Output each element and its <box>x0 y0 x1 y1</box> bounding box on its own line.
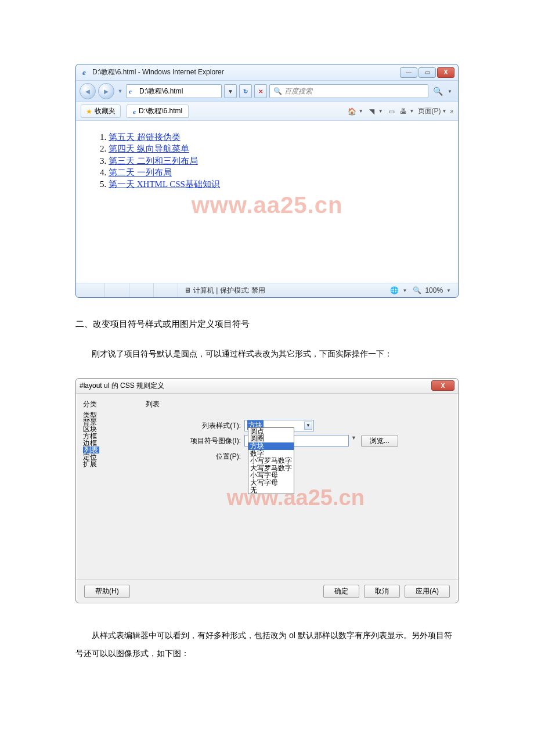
category-sidebar: 分类 类型 背景 区块 方框 边框 列表 定位 扩展 <box>76 394 146 579</box>
panel-header: 列表 <box>146 399 446 409</box>
list-style-dropdown[interactable]: 圆点 圆圈 方块 数字 小写罗马数字 大写罗马数字 小写字母 大写字母 无 <box>248 427 294 494</box>
dialog-titlebar: #layout ul 的 CSS 规则定义 X <box>76 379 458 394</box>
address-text: D:\教程\6.html <box>139 87 183 96</box>
link[interactable]: 第五天 超链接伪类 <box>109 132 181 142</box>
feeds-icon[interactable]: ◥ <box>367 106 377 117</box>
sidebar-item[interactable]: 类型 <box>83 412 139 419</box>
search-go-icon[interactable]: 🔍 <box>433 87 443 96</box>
list-item: 第一天 XHTML CSS基础知识 <box>109 178 441 190</box>
ok-button[interactable]: 确定 <box>323 585 359 598</box>
search-provider-dropdown[interactable]: ▼ <box>448 89 452 94</box>
print-icon[interactable]: 🖶 <box>398 106 409 117</box>
window-titlebar: e D:\教程\6.html - Windows Internet Explor… <box>76 64 458 81</box>
nav-history-dropdown[interactable]: ▼ <box>117 88 124 94</box>
paragraph-1: 刚才说了项目符号默认是圆点，可以通过样式表改为其它形式，下面实际操作一下： <box>75 345 459 363</box>
dialog-title: #layout ul 的 CSS 规则定义 <box>80 381 431 391</box>
tab-file-icon: e <box>133 107 136 116</box>
read-mail-icon[interactable]: ▭ <box>387 106 397 117</box>
stop-button[interactable]: ✕ <box>254 84 267 98</box>
dropdown-option[interactable]: 无 <box>248 487 294 494</box>
dropdown-option-selected[interactable]: 方块 <box>248 442 294 450</box>
position-label: 位置(P): <box>146 451 244 462</box>
ie-icon: e <box>80 68 89 77</box>
dialog-footer: 帮助(H) 确定 取消 应用(A) <box>76 579 458 603</box>
help-button[interactable]: 帮助(H) <box>84 585 130 598</box>
dropdown-option[interactable]: 小写罗马数字 <box>248 457 294 465</box>
sidebar-item[interactable]: 背景 <box>83 419 139 426</box>
ie-window: e D:\教程\6.html - Windows Internet Explor… <box>75 64 459 298</box>
favorites-button[interactable]: ★ 收藏夹 <box>81 105 121 118</box>
tab-label: D:\教程\6.html <box>139 106 182 116</box>
browser-tab[interactable]: e D:\教程\6.html <box>127 105 189 118</box>
link[interactable]: 第一天 XHTML CSS基础知识 <box>109 179 220 189</box>
link[interactable]: 第二天 一列布局 <box>109 168 172 177</box>
list-item: 第三天 二列和三列布局 <box>109 155 441 167</box>
back-button[interactable]: ◄ <box>80 83 96 99</box>
chevron-down-icon[interactable]: ▼ <box>351 435 356 441</box>
css-rule-dialog: #layout ul 的 CSS 规则定义 X 分类 类型 背景 区块 方框 边… <box>75 378 459 603</box>
paragraph-2: 从样式表编辑器中可以看到，有好多种形式，包括改为 ol 默认那样以数字有序列表显… <box>75 627 459 663</box>
zoom-level: 100% <box>425 286 443 294</box>
close-button[interactable]: X <box>437 67 454 78</box>
address-input[interactable]: e D:\教程\6.html <box>126 84 222 98</box>
sidebar-item[interactable]: 扩展 <box>83 460 139 467</box>
forward-button[interactable]: ► <box>98 83 114 99</box>
command-bar: 🏠▼ ◥▼ ▭ 🖶▼ 页面(P)▼ » <box>347 106 453 117</box>
status-bar: 🖥 计算机 | 保护模式: 禁用 🌐▼ 🔍 100% ▼ <box>76 283 458 297</box>
sidebar-item[interactable]: 边框 <box>83 440 139 447</box>
sidebar-item-selected[interactable]: 列表 <box>83 447 99 453</box>
zoom-icon[interactable]: 🔍 <box>413 286 421 294</box>
section-heading: 二、改变项目符号样式或用图片定义项目符号 <box>75 319 459 330</box>
search-placeholder: 百度搜索 <box>284 87 312 96</box>
apply-button[interactable]: 应用(A) <box>405 585 450 598</box>
list-item: 第四天 纵向导航菜单 <box>109 143 441 154</box>
favorites-label: 收藏夹 <box>95 106 116 116</box>
zone-icon[interactable]: 🌐 <box>390 286 399 294</box>
bullet-image-label: 项目符号图像(I): <box>146 435 244 446</box>
watermark: www.aa25.cn <box>192 192 343 218</box>
expand-icon[interactable]: » <box>450 108 453 114</box>
link[interactable]: 第三天 二列和三列布局 <box>109 156 198 165</box>
sidebar-item[interactable]: 定位 <box>83 453 139 460</box>
dialog-close-button[interactable]: X <box>431 380 454 391</box>
maximize-button[interactable]: ▭ <box>418 67 436 78</box>
list-item: 第二天 一列布局 <box>109 167 441 178</box>
minimize-button[interactable]: — <box>400 67 417 78</box>
star-icon: ★ <box>86 107 92 116</box>
sidebar-item[interactable]: 区块 <box>83 426 139 433</box>
computer-icon: 🖥 <box>184 286 191 294</box>
dropdown-option[interactable]: 大写字母 <box>248 479 294 487</box>
page-content: 第五天 超链接伪类 第四天 纵向导航菜单 第三天 二列和三列布局 第二天 一列布… <box>76 121 458 283</box>
sidebar-header: 分类 <box>83 399 139 409</box>
zoom-dropdown[interactable]: ▼ <box>446 288 451 293</box>
cancel-button[interactable]: 取消 <box>364 585 400 598</box>
sidebar-item[interactable]: 方框 <box>83 433 139 440</box>
html-file-icon: e <box>129 87 137 95</box>
chevron-down-icon: ▼ <box>304 422 312 430</box>
refresh-button[interactable]: ↻ <box>239 84 252 98</box>
window-title: D:\教程\6.html - Windows Internet Explorer <box>92 67 400 77</box>
address-dropdown-button[interactable]: ▼ <box>224 84 237 98</box>
ordered-list: 第五天 超链接伪类 第四天 纵向导航菜单 第三天 二列和三列布局 第二天 一列布… <box>93 131 441 190</box>
search-icon: 🔍 <box>273 87 282 95</box>
address-bar-row: ◄ ► ▼ e D:\教程\6.html ▼ ↻ ✕ 🔍 百度搜索 🔍 ▼ <box>76 81 458 102</box>
search-input[interactable]: 🔍 百度搜索 <box>269 84 428 98</box>
list-item: 第五天 超链接伪类 <box>109 131 441 143</box>
favorites-toolbar: ★ 收藏夹 e D:\教程\6.html 🏠▼ ◥▼ ▭ 🖶▼ 页面(P)▼ » <box>76 102 458 121</box>
dialog-main-panel: 列表 列表样式(T): 方块 ▼ 项目符号图像(I): ▼ 浏览... 位置(P… <box>146 394 458 579</box>
browse-button[interactable]: 浏览... <box>361 435 398 447</box>
link[interactable]: 第四天 纵向导航菜单 <box>109 144 189 153</box>
status-text: 计算机 | 保护模式: 禁用 <box>193 286 265 296</box>
page-menu[interactable]: 页面(P) <box>418 106 441 116</box>
home-icon[interactable]: 🏠 <box>347 106 358 117</box>
list-style-label: 列表样式(T): <box>146 420 244 431</box>
